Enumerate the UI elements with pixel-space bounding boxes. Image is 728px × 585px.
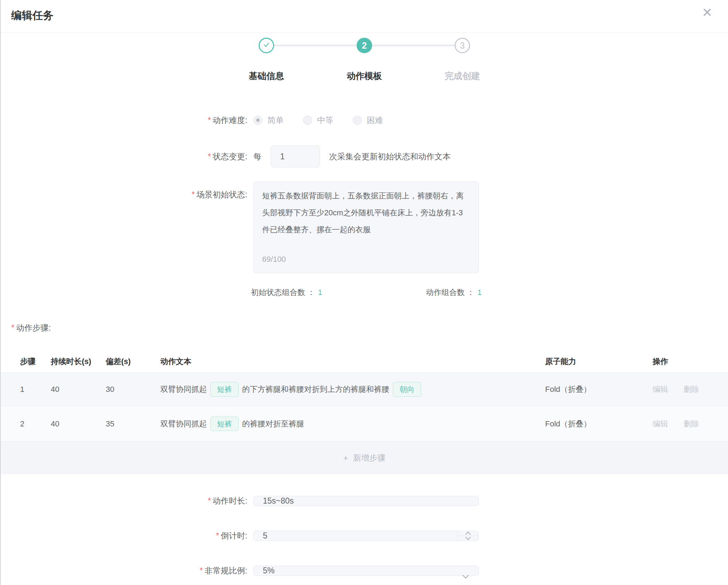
- action-duration-row: *动作时长: 15s~80s: [1, 491, 728, 511]
- unusual-ratio-value: 5%: [263, 566, 274, 575]
- add-step-label: 新增步骤: [353, 452, 385, 463]
- stepper-down-button[interactable]: [458, 536, 479, 541]
- difficulty-row: *动作难度: 简单 中等 困难: [1, 112, 728, 128]
- required-mark: *: [11, 323, 14, 332]
- countdown-value: 5: [263, 531, 267, 541]
- countdown-label: *倒计时:: [1, 530, 247, 541]
- radio-easy-label: 简单: [267, 115, 284, 126]
- countdown-row: *倒计时: 5: [1, 525, 728, 546]
- cell-ability: Fold（折叠）: [545, 384, 653, 395]
- cell-action-text: 双臂协同抓起短裤的裤腰对折至裤腿: [160, 417, 545, 431]
- scene-initial-state-text: 短裤五条数据背面朝上，五条数据正面朝上，裤腰朝右，离头部视野下方至少20cm之外…: [262, 191, 464, 234]
- required-mark: *: [208, 152, 211, 161]
- cell-operations: 编辑删除: [653, 419, 728, 429]
- edit-link[interactable]: 编辑: [653, 419, 668, 428]
- required-mark: *: [192, 190, 195, 199]
- col-header-operations: 操作: [653, 356, 728, 367]
- step-indicator: 2 3 基础信息 动作模板 完成创建: [217, 38, 511, 91]
- combo-counts-row: 初始状态组合数 ：1 动作组合数 ：1: [1, 287, 728, 298]
- countdown-input[interactable]: 5: [253, 531, 479, 541]
- action-steps-table: 步骤 持续时长(s) 偏差(s) 动作文本 原子能力 操作 1 40 30 双臂…: [1, 350, 728, 474]
- delete-link[interactable]: 删除: [684, 385, 699, 394]
- delete-link[interactable]: 删除: [684, 419, 699, 428]
- state-change-prefix: 每: [253, 151, 261, 162]
- step-2-circle: 2: [357, 38, 372, 53]
- unusual-ratio-row: *非常规比例: 5%: [1, 560, 728, 581]
- radio-hard[interactable]: 困难: [353, 115, 383, 126]
- step-2-number: 2: [362, 41, 367, 51]
- edit-task-dialog: { "required_mark": "*", "dialog": { "tit…: [0, 0, 728, 585]
- required-mark: *: [208, 116, 211, 125]
- cell-ability: Fold（折叠）: [545, 419, 653, 429]
- action-steps-section-label: *动作步骤:: [11, 322, 728, 333]
- radio-circle-icon: [303, 116, 312, 125]
- radio-hard-label: 困难: [367, 115, 383, 126]
- dialog-title: 编辑任务: [11, 8, 54, 23]
- cell-step: 1: [20, 385, 51, 394]
- action-text-segment: 双臂协同抓起: [160, 385, 207, 394]
- scene-initial-state-label: *场景初始状态:: [1, 181, 247, 200]
- chevron-down-icon: [462, 572, 469, 578]
- unusual-ratio-select[interactable]: 5%: [253, 566, 479, 576]
- state-change-input[interactable]: 1: [271, 146, 320, 167]
- scene-initial-state-row: *场景初始状态: 短裤五条数据背面朝上，五条数据正面朝上，裤腰朝右，离头部视野下…: [1, 181, 728, 273]
- state-change-row: *状态变更: 每 1 次采集会更新初始状态和动作文本: [1, 146, 728, 167]
- action-text-segment: 的下方裤腿和裤腰对折到上方的裤腿和裤腰: [242, 385, 389, 394]
- action-duration-label: *动作时长:: [1, 495, 247, 506]
- difficulty-label: *动作难度:: [1, 115, 247, 126]
- initial-state-combo-value: 1: [318, 288, 322, 297]
- cell-operations: 编辑删除: [653, 384, 728, 395]
- radio-medium[interactable]: 中等: [303, 115, 333, 126]
- action-text-segment: 的裤腰对折至裤腿: [242, 419, 304, 428]
- cell-duration: 40: [51, 385, 106, 394]
- edit-link[interactable]: 编辑: [653, 385, 668, 394]
- col-header-ability: 原子能力: [545, 356, 653, 367]
- radio-circle-icon: [353, 116, 362, 125]
- scene-initial-state-textarea[interactable]: 短裤五条数据背面朝上，五条数据正面朝上，裤腰朝右，离头部视野下方至少20cm之外…: [253, 181, 479, 273]
- table-row: 2 40 35 双臂协同抓起短裤的裤腰对折至裤腿 Fold（折叠） 编辑删除: [1, 406, 728, 442]
- required-mark: *: [216, 531, 219, 540]
- state-change-label: *状态变更:: [1, 151, 247, 162]
- close-icon[interactable]: ✕: [702, 6, 712, 19]
- required-mark: *: [208, 496, 211, 505]
- table-header-row: 步骤 持续时长(s) 偏差(s) 动作文本 原子能力 操作: [1, 350, 728, 373]
- action-duration-value: 15s~80s: [263, 496, 294, 506]
- cell-action-text: 双臂协同抓起短裤的下方裤腿和裤腰对折到上方的裤腿和裤腰朝向: [160, 382, 545, 396]
- step-connector: [266, 45, 364, 46]
- orientation-tag[interactable]: 朝向: [393, 382, 421, 396]
- step-2-label: 动作模板: [315, 70, 413, 82]
- step-3-number: 3: [460, 41, 465, 51]
- cell-deviation: 35: [106, 419, 160, 429]
- dialog-header: 编辑任务 ✕: [1, 0, 728, 33]
- step-1-circle: [259, 38, 274, 53]
- object-tag[interactable]: 短裤: [210, 417, 239, 431]
- action-combo: 动作组合数 ：1: [426, 287, 482, 298]
- char-counter: 69/100: [262, 251, 286, 268]
- object-tag[interactable]: 短裤: [210, 382, 239, 396]
- col-header-step: 步骤: [20, 356, 51, 367]
- radio-circle-checked-icon: [253, 116, 263, 125]
- check-icon: [263, 41, 270, 51]
- action-text-segment: 双臂协同抓起: [160, 419, 207, 428]
- cell-duration: 40: [51, 419, 106, 429]
- initial-state-combo: 初始状态组合数 ：1: [251, 287, 322, 298]
- action-combo-value: 1: [477, 288, 482, 297]
- required-mark: *: [200, 566, 203, 575]
- step-3-circle: 3: [455, 38, 470, 53]
- number-stepper: [457, 531, 479, 541]
- table-row: 1 40 30 双臂协同抓起短裤的下方裤腿和裤腰对折到上方的裤腿和裤腰朝向 Fo…: [1, 373, 728, 406]
- unusual-ratio-label: *非常规比例:: [1, 565, 247, 576]
- step-3-label: 完成创建: [413, 70, 511, 82]
- plus-icon: +: [343, 453, 348, 463]
- add-step-button[interactable]: + 新增步骤: [1, 442, 728, 474]
- radio-medium-label: 中等: [317, 115, 333, 126]
- radio-easy[interactable]: 简单: [253, 115, 284, 126]
- col-header-deviation: 偏差(s): [106, 356, 160, 367]
- col-header-duration: 持续时长(s): [51, 356, 106, 367]
- action-duration-input[interactable]: 15s~80s: [253, 496, 479, 506]
- state-change-suffix: 次采集会更新初始状态和动作文本: [329, 151, 451, 162]
- col-header-action-text: 动作文本: [160, 356, 545, 367]
- cell-deviation: 30: [106, 385, 160, 394]
- step-1-label: 基础信息: [217, 70, 315, 82]
- cell-step: 2: [20, 419, 51, 429]
